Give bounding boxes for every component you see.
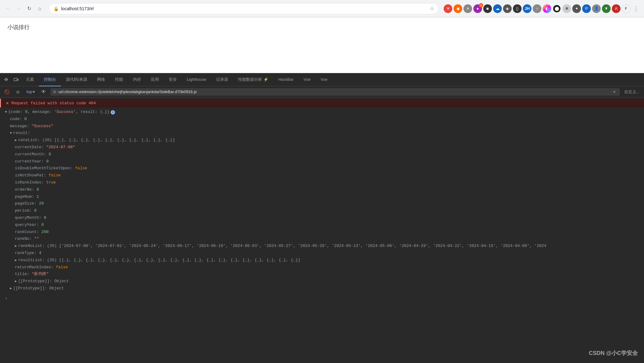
json-orderno-line: orderNo : 0: [0, 186, 644, 193]
json-querymonth-line: queryMonth : 0: [0, 214, 644, 222]
json-rankno-line: rankNo : "": [0, 236, 644, 243]
ext-icon-2[interactable]: ◉: [454, 4, 462, 13]
auto-define-button[interactable]: 自定义...: [622, 89, 642, 95]
json-pagesize-line: pageSize : 20: [0, 200, 644, 207]
json-isnotshowpat-line: isNotShowPat : false: [0, 172, 644, 179]
devtools-inspect-button[interactable]: [1, 75, 11, 85]
back-button[interactable]: ←: [4, 4, 12, 13]
ext-icon-4[interactable]: ● 4: [473, 4, 482, 13]
filter-toggle-button[interactable]: ⊘: [14, 88, 22, 96]
svg-rect-1: [17, 79, 18, 80]
json-proto-result-line[interactable]: ▶ [[Prototype]] : Object: [0, 278, 644, 285]
tab-elements[interactable]: 元素: [21, 73, 39, 86]
ext-icon-18[interactable]: F: [622, 4, 630, 13]
bookmark-icon[interactable]: ☆: [430, 6, 434, 11]
eye-button[interactable]: 👁: [39, 88, 48, 96]
tab-console[interactable]: 控制台: [39, 73, 61, 86]
tab-vue-2[interactable]: Vue: [315, 73, 332, 86]
console-toolbar: 🚫 ⊘ top ▾ 👁 ⊘ -url:chrome-extension://jc…: [0, 86, 644, 97]
tab-security[interactable]: 安全: [164, 73, 182, 86]
devtools-tabs: 元素 控制台 源代码/来源 网络 性能 内存 应用 安全: [21, 73, 643, 86]
address-bar[interactable]: 🔒 localhost:5173/#/ ☆: [49, 3, 439, 14]
clear-console-button[interactable]: 🚫: [2, 88, 11, 96]
ext-icon-13[interactable]: ✦: [572, 4, 581, 13]
ext-icon-17[interactable]: A: [612, 4, 621, 13]
ext-icon-8[interactable]: {}: [513, 4, 522, 13]
expand-catelist-arrow[interactable]: ▶: [15, 138, 17, 143]
ext-icon-15[interactable]: 👤: [592, 4, 601, 13]
filter-icon: ⊘: [53, 89, 56, 94]
url-text: localhost:5173/#/: [61, 6, 427, 11]
json-title-line: title : "新书榜": [0, 271, 644, 278]
tab-lighthouse[interactable]: Lighthouse: [182, 73, 211, 86]
ext-icon-11[interactable]: ⬤: [552, 4, 561, 13]
lock-icon: 🔒: [53, 6, 59, 11]
browser-extensions: ✕ ◉ ≡ ● 4 ■ ☁ ◈ {} JH ○ ◐ ⬤ ❄ ✦ P 👤 ▼ A …: [444, 4, 640, 13]
json-currentyear-line: currentYear : 0: [0, 158, 644, 165]
ext-icon-1[interactable]: ✕: [444, 4, 452, 13]
ext-icon-6[interactable]: ☁: [493, 4, 502, 13]
nav-buttons: ← → ↻ ⌂: [4, 4, 44, 13]
filter-bar: ⊘ -url:chrome-extension://jcieleleinheij…: [50, 88, 620, 96]
tab-sources[interactable]: 源代码/来源: [61, 73, 92, 86]
tab-performance[interactable]: 性能: [110, 73, 128, 86]
json-result-line[interactable]: ▼ result :: [0, 130, 644, 137]
ext-icon-10[interactable]: ◐: [543, 4, 551, 13]
json-isrankindex-line: isRankIndex : true: [0, 179, 644, 186]
ext-icon-3[interactable]: ≡: [463, 4, 472, 13]
tab-performance-insights[interactable]: 性能数据分析 ⚡: [233, 73, 273, 86]
expand-proto-root-arrow[interactable]: ▶: [10, 286, 12, 292]
filter-clear-button[interactable]: ✕: [611, 89, 617, 95]
json-ranknolist-line[interactable]: ▶ rankNoList : (20) ['2024-07-08', '2024…: [0, 243, 644, 250]
expand-result-arrow[interactable]: ▼: [10, 131, 12, 136]
ext-icon-5[interactable]: ■: [483, 4, 492, 13]
ext-icon-12[interactable]: ❄: [562, 4, 571, 13]
ext-icon-7[interactable]: ◈: [503, 4, 512, 13]
page-content: 小说排行: [0, 17, 644, 73]
tab-network[interactable]: 网络: [92, 73, 110, 86]
json-currentdate-line: currentDate : "2024-07-08": [0, 144, 644, 151]
tab-vue-1[interactable]: Vue: [299, 73, 316, 86]
tab-recorder[interactable]: 记录器: [211, 73, 233, 86]
context-selector[interactable]: top ▾: [25, 89, 37, 95]
ext-icon-jh[interactable]: JH: [523, 4, 531, 13]
ext-icon-9[interactable]: ○: [533, 4, 541, 13]
info-icon[interactable]: i: [111, 110, 115, 115]
json-isdoublemonthticketopen-line: isDoubleMonthTicketOpen : false: [0, 165, 644, 172]
json-returnrankindex-line: returnRankIndex : false: [0, 264, 644, 271]
tab-hackbar[interactable]: HackBar: [273, 73, 299, 86]
json-message-line: message : "Success": [0, 123, 644, 130]
json-ranktype-line: rankType : 4: [0, 250, 644, 257]
reload-button[interactable]: ↻: [25, 4, 33, 13]
console-output: ✕ Request failed with status code 404 ▼ …: [0, 97, 644, 305]
browser-chrome: ← → ↻ ⌂ 🔒 localhost:5173/#/ ☆ ✕ ◉ ≡ ● 4 …: [0, 0, 644, 17]
ext-icon-16[interactable]: ▼: [602, 4, 611, 13]
console-error-line: ✕ Request failed with status code 404: [0, 99, 644, 107]
json-proto-root-line[interactable]: ▶ [[Prototype]] : Object: [0, 285, 644, 292]
expand-proto-result-arrow[interactable]: ▶: [15, 279, 17, 284]
tab-memory[interactable]: 内存: [128, 73, 146, 86]
menu-button[interactable]: ⋮: [632, 4, 640, 13]
expand-resultlist-arrow[interactable]: ▶: [15, 258, 17, 263]
forward-button[interactable]: →: [14, 4, 23, 13]
page-title: 小说排行: [7, 24, 30, 31]
devtools-toolbar: 元素 控制台 源代码/来源 网络 性能 内存 应用 安全: [0, 73, 644, 86]
expand-ranknolist-arrow[interactable]: ▶: [15, 244, 17, 249]
tab-application[interactable]: 应用: [146, 73, 164, 86]
devtools-device-button[interactable]: [11, 75, 21, 85]
json-root-line[interactable]: ▼ { code : 0 , message : 'Success' , res…: [0, 109, 644, 116]
json-resultlist-line[interactable]: ▶ resultList : (20) [{…}, {…}, {…}, {…},…: [0, 257, 644, 264]
json-currentmonth-line: currentMonth : 0: [0, 151, 644, 158]
console-input-line[interactable]: ›: [0, 295, 644, 302]
home-button[interactable]: ⌂: [35, 4, 44, 13]
ext-icon-14[interactable]: P: [582, 4, 591, 13]
json-code-line: code : 0: [0, 116, 644, 123]
error-icon: ✕: [6, 100, 9, 106]
error-text: Request failed with status code 404: [11, 101, 96, 106]
filter-text: -url:chrome-extension://jcieleleinheijhp…: [58, 89, 610, 94]
json-rankcount-line: rankCount : 200: [0, 229, 644, 236]
json-catelist-line[interactable]: ▶ cateList : (10) [{…}, {…}, {…}, {…}, {…: [0, 137, 644, 144]
devtools-panel: 元素 控制台 源代码/来源 网络 性能 内存 应用 安全: [0, 73, 644, 363]
console-caret: ›: [5, 295, 7, 302]
expand-root-arrow[interactable]: ▼: [5, 110, 7, 115]
